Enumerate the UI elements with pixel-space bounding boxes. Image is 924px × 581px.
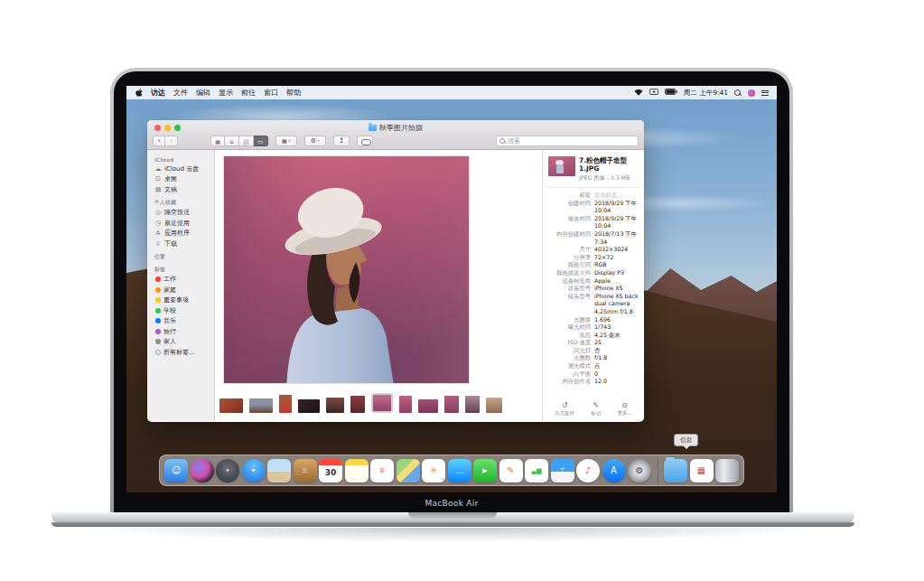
- metadata-row: ISO 速度25: [548, 339, 639, 347]
- gallery-view-pane: [215, 150, 542, 421]
- apple-logo-icon[interactable]: [135, 89, 143, 97]
- menu-clock[interactable]: 周二 上午9:41: [684, 89, 728, 98]
- dock-finder-icon[interactable]: ☺: [164, 459, 188, 483]
- metadata-value: 12.0: [591, 378, 639, 386]
- group-by-button[interactable]: ▦ ∨: [275, 136, 297, 146]
- dock-messages-icon[interactable]: …: [448, 459, 471, 483]
- notification-center-icon[interactable]: [761, 90, 769, 96]
- metadata-value: 点: [591, 362, 639, 370]
- sidebar-item[interactable]: A应用程序: [147, 229, 214, 239]
- dock-app-store-icon[interactable]: A: [602, 459, 626, 483]
- dock-contacts-icon[interactable]: ☰: [294, 459, 317, 483]
- dock-trash-icon[interactable]: [715, 459, 739, 483]
- spotlight-search-icon[interactable]: [734, 89, 742, 97]
- macbook-screen: 访达文件编辑显示前往窗口帮助 周二 上午9:41: [126, 86, 777, 492]
- metadata-value: Display P3: [591, 269, 639, 277]
- thumbnail-6[interactable]: [350, 396, 365, 413]
- thumbnail-11[interactable]: [465, 396, 480, 413]
- dock-photos-icon[interactable]: ✳: [422, 459, 445, 483]
- more-button[interactable]: ⊖更多…: [618, 401, 632, 417]
- sidebar-item-icon: ⊡: [154, 175, 162, 183]
- metadata-label: 白平衡: [548, 370, 591, 379]
- dock-launchpad-icon[interactable]: ✦: [216, 459, 239, 483]
- sidebar-item[interactable]: 旅行: [147, 326, 214, 337]
- dock-documents-stack-icon[interactable]: ▦: [690, 459, 714, 483]
- search-input[interactable]: [508, 137, 635, 145]
- action-menu-button[interactable]: ⚙ ∨: [304, 136, 326, 146]
- thumbnail-selected[interactable]: [373, 395, 391, 411]
- dock-calendar-icon[interactable]: 30: [319, 459, 342, 483]
- dock-pages-icon[interactable]: ✎: [499, 459, 523, 483]
- menu-item-7[interactable]: 帮助: [286, 88, 301, 98]
- dock-siri-icon[interactable]: [191, 459, 214, 483]
- search-field[interactable]: [496, 136, 639, 146]
- sidebar-item[interactable]: ▤文稿: [147, 184, 214, 195]
- device-label: MacBook Air: [110, 499, 793, 508]
- dock-numbers-icon[interactable]: ▃▆: [525, 459, 548, 483]
- sidebar-item[interactable]: 所有标签…: [147, 347, 214, 358]
- dock-downloads-folder-icon[interactable]: [664, 459, 687, 483]
- photo-preview[interactable]: [223, 155, 470, 384]
- thumbnail-12[interactable]: [486, 398, 502, 413]
- back-button[interactable]: ‹: [153, 136, 165, 146]
- dock-itunes-icon[interactable]: ♪: [576, 459, 600, 483]
- markup-button[interactable]: ✎标记: [591, 401, 601, 417]
- sidebar-item[interactable]: ⊡桌面: [147, 174, 214, 185]
- rotate-left-button[interactable]: ↺向左旋转: [555, 401, 574, 417]
- sidebar-item[interactable]: ◎隔空投送: [147, 208, 214, 219]
- wifi-icon[interactable]: [634, 89, 643, 98]
- sidebar-item[interactable]: 学校: [147, 305, 214, 316]
- sidebar-item[interactable]: ⇩下载: [147, 239, 214, 249]
- forward-button[interactable]: ›: [165, 136, 178, 146]
- thumbnail-4[interactable]: [298, 399, 320, 413]
- menu-item-2[interactable]: 文件: [173, 88, 188, 98]
- dock-system-preferences-icon[interactable]: ⚙: [628, 459, 651, 483]
- menu-item-6[interactable]: 窗口: [264, 88, 278, 98]
- sidebar-item[interactable]: 家人: [147, 337, 214, 348]
- metadata-value: iPhone XS back dual camera 4.25mm f/1.8: [591, 293, 639, 316]
- sidebar-item[interactable]: 工作: [147, 275, 214, 286]
- tag-button[interactable]: [357, 136, 373, 146]
- sidebar-section-header: iCloud: [147, 153, 214, 164]
- menu-item-4[interactable]: 显示: [219, 88, 233, 98]
- dock-maps-icon[interactable]: [397, 459, 420, 483]
- dock-preview-icon[interactable]: [267, 459, 291, 483]
- thumbnail-9[interactable]: [418, 399, 438, 413]
- display-icon[interactable]: [649, 89, 658, 98]
- siri-icon[interactable]: [748, 89, 755, 97]
- file-thumbnail: [548, 156, 575, 176]
- gallery-view-button[interactable]: ▭: [254, 136, 268, 146]
- thumbnail-8[interactable]: [399, 396, 412, 413]
- sidebar-item[interactable]: 音乐: [147, 316, 214, 327]
- thumbnail-2[interactable]: [249, 398, 273, 413]
- thumbnail-5[interactable]: [326, 398, 344, 413]
- more-icon: ⊖: [621, 401, 628, 409]
- dock-reminders-icon[interactable]: ≣: [370, 459, 394, 483]
- dock-keynote-icon[interactable]: ⊤: [551, 459, 574, 483]
- menu-item-5[interactable]: 前往: [241, 88, 256, 98]
- thumbnail-10[interactable]: [444, 396, 459, 413]
- column-view-button[interactable]: |||: [239, 136, 254, 146]
- sidebar-item[interactable]: 家庭: [147, 285, 214, 295]
- thumbnail-3[interactable]: [279, 395, 292, 413]
- sidebar-item[interactable]: ☁iCloud 云盘: [147, 164, 214, 174]
- metadata-label: 创建时间: [548, 200, 591, 215]
- list-view-button[interactable]: ≡: [225, 136, 239, 146]
- menu-item-1[interactable]: 访达: [151, 88, 165, 98]
- thumbnail-1[interactable]: [219, 398, 243, 413]
- sidebar-item[interactable]: ◷最近使用: [147, 218, 214, 229]
- dock-notes-icon[interactable]: [345, 459, 369, 483]
- quick-actions: ↺向左旋转✎标记⊖更多…: [543, 401, 644, 417]
- icon-view-button[interactable]: ▦: [210, 136, 225, 146]
- markup-icon: ✎: [593, 401, 599, 409]
- dock-facetime-icon[interactable]: ▶: [473, 459, 497, 483]
- menu-item-3[interactable]: 编辑: [196, 88, 210, 98]
- battery-icon[interactable]: [665, 89, 677, 97]
- sidebar-item[interactable]: 重要事项: [147, 295, 214, 306]
- metadata-label: 光圈值: [548, 316, 591, 324]
- metadata-row: 内容创作者12.0: [548, 378, 639, 386]
- dock-safari-icon[interactable]: ✦: [242, 459, 266, 483]
- metadata-value[interactable]: 添加标签…: [591, 192, 639, 200]
- share-button[interactable]: ↥: [333, 136, 350, 146]
- metadata-value: 0: [591, 370, 639, 379]
